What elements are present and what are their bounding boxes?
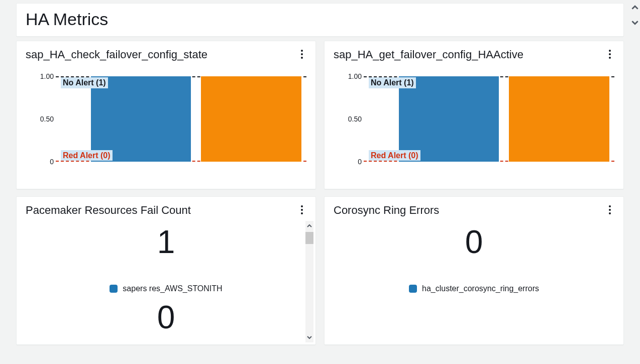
bar-chart: 1.00 0.50 0 No Alert (1) Red Alert (0): [334, 76, 614, 175]
y-tick-label: 0: [26, 158, 54, 166]
legend: sapers res_AWS_STONITH: [26, 284, 306, 293]
section-title: HA Metrics: [26, 10, 614, 29]
scroll-down-icon[interactable]: [305, 332, 313, 342]
threshold-label-top: No Alert (1): [369, 77, 416, 88]
panel-title: sap_HA_check_failover_config_state: [26, 48, 207, 61]
page-scroll-up-icon[interactable]: [630, 3, 639, 12]
page-scroll-down-icon[interactable]: [630, 18, 639, 27]
legend-label: sapers res_AWS_STONITH: [123, 284, 222, 293]
bar-series-2: [201, 76, 301, 162]
y-tick-label: 1.00: [26, 72, 54, 80]
y-tick-label: 0.50: [334, 115, 362, 123]
panel-title: sap_HA_get_failover_config_HAActive: [334, 48, 523, 61]
y-tick-label: 1.00: [334, 72, 362, 80]
panel-corosync-ring-errors: Corosync Ring Errors 0 ha_cluster_corosy…: [324, 196, 624, 345]
panel-title: Corosync Ring Errors: [334, 204, 439, 217]
scroll-thumb[interactable]: [305, 232, 313, 244]
y-tick-label: 0.50: [26, 115, 54, 123]
bar-series-1: [399, 76, 499, 162]
legend: ha_cluster_corosync_ring_errors: [334, 284, 614, 293]
legend-swatch-icon: [409, 285, 417, 293]
metric-value: 1: [26, 226, 306, 258]
panel-title: Pacemaker Resources Fail Count: [26, 204, 191, 217]
panel-failover-config-haactive: sap_HA_get_failover_config_HAActive 1.00…: [324, 41, 624, 189]
metric-value: 0: [26, 301, 306, 333]
threshold-label-bottom: Red Alert (0): [369, 150, 420, 161]
legend-label: ha_cluster_corosync_ring_errors: [422, 284, 539, 293]
y-tick-label: 0: [334, 158, 362, 166]
panel-pacemaker-fail-count: Pacemaker Resources Fail Count 1 sapers …: [16, 196, 316, 345]
legend-swatch-icon: [110, 285, 118, 293]
panel-menu-icon[interactable]: [605, 204, 614, 216]
threshold-label-bottom: Red Alert (0): [61, 150, 113, 161]
panel-menu-icon[interactable]: [297, 48, 306, 60]
bar-series-1: [91, 76, 191, 162]
section-header: HA Metrics: [16, 3, 624, 37]
panel-scrollbar[interactable]: [305, 221, 313, 342]
panel-menu-icon[interactable]: [605, 48, 614, 60]
threshold-label-top: No Alert (1): [61, 77, 108, 88]
panel-grid: sap_HA_check_failover_config_state 1.00 …: [16, 41, 624, 345]
scroll-up-icon[interactable]: [305, 221, 313, 231]
metric-value: 0: [334, 226, 614, 258]
panel-menu-icon[interactable]: [297, 204, 306, 216]
page-scroll-controls: [630, 3, 639, 27]
bar-series-2: [509, 76, 609, 162]
bar-chart: 1.00 0.50 0 No Alert (1) Red Alert (0): [26, 76, 306, 175]
panel-failover-config-state: sap_HA_check_failover_config_state 1.00 …: [16, 41, 316, 189]
